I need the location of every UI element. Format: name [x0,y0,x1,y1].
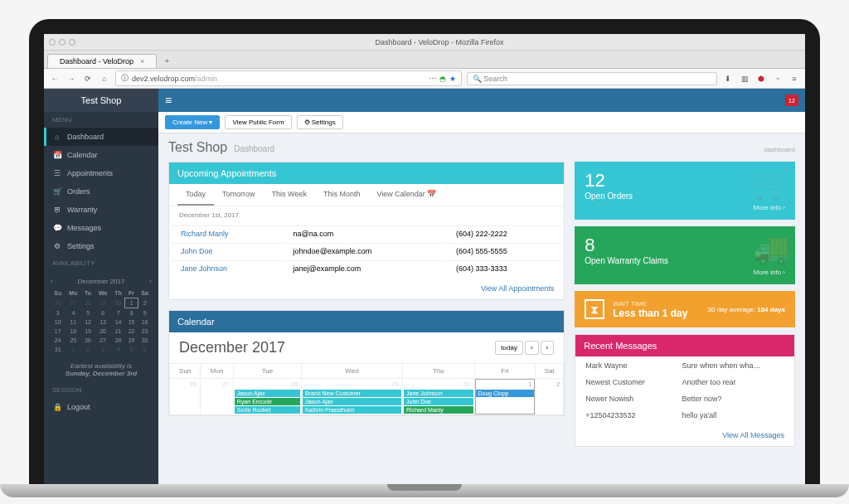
mini-cal-day[interactable]: 13 [95,317,111,327]
mini-cal-day[interactable]: 3 [95,345,111,354]
appt-row[interactable]: John Doejohndoe@example.com(604) 555-555… [171,243,562,259]
sidebar-item-warranty[interactable]: ⛨Warranty [44,201,158,219]
appt-row[interactable]: Jane Johnsonjanej@example.com(604) 333-3… [171,260,562,276]
sidebar-icon[interactable]: ▫ [772,75,784,83]
sidebar-item-calendar[interactable]: 📅Calendar [44,146,158,164]
calendar-prev-button[interactable]: ‹ [525,341,539,355]
reload-button[interactable]: ⟳ [82,75,94,83]
mini-cal-day[interactable]: 7 [111,308,125,318]
mini-cal-day[interactable]: 2 [138,298,152,308]
calendar-day[interactable]: 28Jason AjaxRyan EncodeSorte Rocket [233,379,301,415]
menu-toggle-icon[interactable]: ≡ [165,94,172,107]
menu-icon[interactable]: ≡ [788,75,800,83]
mini-cal-day[interactable]: 29 [125,336,138,345]
more-info-link[interactable]: More info › [585,204,785,211]
mini-cal-day[interactable]: 2 [81,345,95,354]
mini-cal-day[interactable]: 22 [125,327,138,336]
appt-row[interactable]: Richard Manlyna@na.com(604) 222-2222 [171,225,562,241]
create-new-button[interactable]: Create New ▾ [165,115,220,129]
close-tab-icon[interactable]: × [140,57,144,65]
sidebar-item-dashboard[interactable]: ⌂Dashboard [44,128,158,146]
calendar-day[interactable]: 29Brand New CustomerJason AjaxKathrin Pr… [301,379,402,415]
message-row[interactable]: Newest CustomerAnother too rear [577,375,793,390]
mini-cal-day[interactable]: 19 [81,327,95,336]
mini-cal-day[interactable]: 11 [65,317,82,327]
mini-cal-day[interactable]: 27 [65,298,82,308]
message-row[interactable]: +12504233532hello ya'all [577,408,793,423]
mini-cal-day[interactable]: 15 [125,317,138,327]
ublock-icon[interactable]: ⬢ [755,75,767,83]
view-public-form-button[interactable]: View Public Form [225,115,291,129]
mini-cal-day[interactable]: 14 [111,317,125,327]
mini-cal-day[interactable]: 18 [65,327,82,336]
mini-cal-day[interactable]: 17 [51,327,65,336]
calendar-event[interactable]: Doug Clopp [476,390,535,397]
sidebar-item-orders[interactable]: 🛒Orders [44,182,158,201]
mini-cal-day[interactable]: 5 [81,308,95,318]
window-close-icon[interactable] [49,39,56,46]
mini-cal-day[interactable]: 20 [95,327,111,336]
mini-cal-day[interactable]: 23 [138,327,152,336]
more-info-link[interactable]: More info › [585,269,785,276]
mini-cal-day[interactable]: 27 [95,336,111,345]
calendar-day[interactable]: 26 [170,379,201,415]
forward-button[interactable]: → [65,75,77,83]
mini-cal-day[interactable]: 1 [65,345,82,354]
sidebar-item-appointments[interactable]: ☰Appointments [44,164,158,182]
message-row[interactable]: Mark WayneSure when when wha… [577,358,793,373]
mini-cal-day[interactable]: 1 [125,298,138,308]
home-button[interactable]: ⌂ [99,75,110,83]
appt-tab[interactable]: This Week [264,184,315,206]
mini-cal-next[interactable]: › [149,278,152,285]
url-input[interactable]: ⓘ dev2.velodrop.com/admin ⋯ ◓ ★ [115,70,462,86]
calendar-event[interactable]: Brand New Customer [303,390,401,397]
reader-icon[interactable]: ⋯ [429,75,436,83]
back-button[interactable]: ← [49,75,61,83]
info-icon[interactable]: ⓘ [121,73,129,84]
calendar-day[interactable]: 2 [536,379,564,415]
calendar-day[interactable]: 30Jane JohnsonJohn DoeRichard Manly [403,379,474,415]
mini-cal-day[interactable]: 10 [51,317,65,327]
mini-cal-day[interactable]: 28 [81,298,95,308]
calendar-event[interactable]: Jane Johnson [404,390,473,397]
shield-icon[interactable]: ◓ [439,75,446,83]
calendar-day[interactable]: 1Doug Clopp [474,379,536,415]
calendar-event[interactable]: John Doe [404,398,473,405]
search-input[interactable]: 🔍 Search [467,72,717,85]
mini-cal-day[interactable]: 9 [138,308,152,318]
calendar-today-button[interactable]: today [495,341,523,355]
appt-tab[interactable]: Today [177,184,214,206]
mini-cal-day[interactable]: 8 [125,308,138,318]
appt-tab[interactable]: Tomorrow [214,184,264,206]
mini-cal-day[interactable]: 12 [81,317,95,327]
sidebar-item-logout[interactable]: 🔒Logout [44,398,158,416]
mini-cal-day[interactable]: 24 [51,336,65,345]
appt-tab[interactable]: View Calendar 📅 [368,184,444,206]
settings-button[interactable]: ⚙ Settings [297,115,343,129]
mini-cal-day[interactable]: 26 [51,298,65,308]
mini-cal-day[interactable]: 29 [95,298,111,308]
calendar-event[interactable]: Sorte Rocket [235,406,300,414]
mini-cal-day[interactable]: 6 [138,345,152,354]
calendar-day[interactable]: 27 [201,379,234,415]
calendar-event[interactable]: Ryan Encode [235,398,300,405]
mini-cal-day[interactable]: 31 [51,345,65,354]
mini-cal-day[interactable]: 4 [65,308,82,318]
mini-cal-day[interactable]: 30 [111,298,125,308]
calendar-next-button[interactable]: › [541,341,555,355]
library-icon[interactable]: ▥ [739,75,750,83]
downloads-icon[interactable]: ⬇ [722,75,734,83]
stat-warranty[interactable]: 🚚 8 Open Warranty Claims More info › [575,226,795,284]
sidebar-item-messages[interactable]: 💬Messages [44,219,158,237]
sidebar-item-settings[interactable]: ⚙Settings [44,237,158,255]
mini-cal-day[interactable]: 30 [138,336,152,345]
mini-cal-day[interactable]: 26 [81,336,95,345]
calendar-event[interactable]: Kathrin Praestholm [303,406,401,414]
mini-cal-prev[interactable]: ‹ [51,278,53,285]
window-max-icon[interactable] [69,39,75,46]
mini-cal-day[interactable]: 3 [51,308,65,318]
notification-badge[interactable]: 12 [785,94,798,106]
view-all-messages-link[interactable]: View All Messages [722,431,784,439]
stat-open-orders[interactable]: 🛒 12 Open Orders More info › [575,162,795,220]
mini-cal-day[interactable]: 6 [95,308,111,318]
